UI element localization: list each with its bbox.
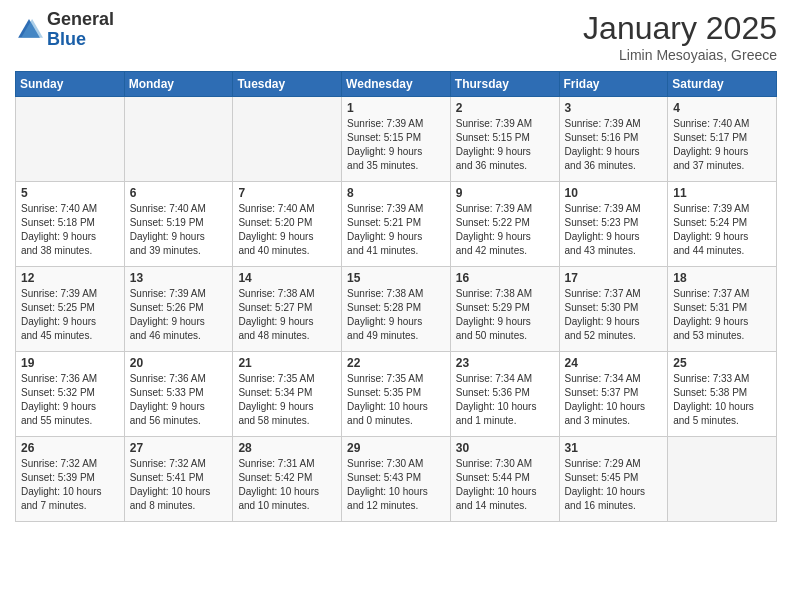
day-number: 23 — [456, 356, 554, 370]
day-number: 21 — [238, 356, 336, 370]
day-number: 2 — [456, 101, 554, 115]
calendar-cell: 25Sunrise: 7:33 AM Sunset: 5:38 PM Dayli… — [668, 352, 777, 437]
day-number: 12 — [21, 271, 119, 285]
day-info: Sunrise: 7:36 AM Sunset: 5:33 PM Dayligh… — [130, 372, 228, 428]
calendar-table: SundayMondayTuesdayWednesdayThursdayFrid… — [15, 71, 777, 522]
day-info: Sunrise: 7:35 AM Sunset: 5:34 PM Dayligh… — [238, 372, 336, 428]
day-number: 22 — [347, 356, 445, 370]
weekday-header-friday: Friday — [559, 72, 668, 97]
day-number: 6 — [130, 186, 228, 200]
day-info: Sunrise: 7:39 AM Sunset: 5:15 PM Dayligh… — [347, 117, 445, 173]
calendar-cell: 1Sunrise: 7:39 AM Sunset: 5:15 PM Daylig… — [342, 97, 451, 182]
calendar-cell: 6Sunrise: 7:40 AM Sunset: 5:19 PM Daylig… — [124, 182, 233, 267]
day-info: Sunrise: 7:35 AM Sunset: 5:35 PM Dayligh… — [347, 372, 445, 428]
day-info: Sunrise: 7:39 AM Sunset: 5:23 PM Dayligh… — [565, 202, 663, 258]
day-number: 24 — [565, 356, 663, 370]
logo-blue-text: Blue — [47, 29, 86, 49]
day-info: Sunrise: 7:31 AM Sunset: 5:42 PM Dayligh… — [238, 457, 336, 513]
calendar-week-row: 26Sunrise: 7:32 AM Sunset: 5:39 PM Dayli… — [16, 437, 777, 522]
weekday-header-sunday: Sunday — [16, 72, 125, 97]
day-info: Sunrise: 7:39 AM Sunset: 5:26 PM Dayligh… — [130, 287, 228, 343]
day-info: Sunrise: 7:32 AM Sunset: 5:39 PM Dayligh… — [21, 457, 119, 513]
logo-icon — [15, 16, 43, 44]
day-info: Sunrise: 7:39 AM Sunset: 5:16 PM Dayligh… — [565, 117, 663, 173]
day-number: 13 — [130, 271, 228, 285]
day-number: 10 — [565, 186, 663, 200]
weekday-header-wednesday: Wednesday — [342, 72, 451, 97]
calendar-cell: 8Sunrise: 7:39 AM Sunset: 5:21 PM Daylig… — [342, 182, 451, 267]
calendar-cell: 13Sunrise: 7:39 AM Sunset: 5:26 PM Dayli… — [124, 267, 233, 352]
day-number: 28 — [238, 441, 336, 455]
calendar-cell: 2Sunrise: 7:39 AM Sunset: 5:15 PM Daylig… — [450, 97, 559, 182]
day-info: Sunrise: 7:34 AM Sunset: 5:37 PM Dayligh… — [565, 372, 663, 428]
weekday-header-tuesday: Tuesday — [233, 72, 342, 97]
day-info: Sunrise: 7:39 AM Sunset: 5:24 PM Dayligh… — [673, 202, 771, 258]
calendar-cell: 30Sunrise: 7:30 AM Sunset: 5:44 PM Dayli… — [450, 437, 559, 522]
calendar-cell: 26Sunrise: 7:32 AM Sunset: 5:39 PM Dayli… — [16, 437, 125, 522]
day-number: 7 — [238, 186, 336, 200]
day-info: Sunrise: 7:33 AM Sunset: 5:38 PM Dayligh… — [673, 372, 771, 428]
day-number: 19 — [21, 356, 119, 370]
logo-general-text: General — [47, 9, 114, 29]
calendar-cell: 16Sunrise: 7:38 AM Sunset: 5:29 PM Dayli… — [450, 267, 559, 352]
calendar-week-row: 5Sunrise: 7:40 AM Sunset: 5:18 PM Daylig… — [16, 182, 777, 267]
day-number: 5 — [21, 186, 119, 200]
calendar-cell — [124, 97, 233, 182]
day-info: Sunrise: 7:37 AM Sunset: 5:31 PM Dayligh… — [673, 287, 771, 343]
day-info: Sunrise: 7:36 AM Sunset: 5:32 PM Dayligh… — [21, 372, 119, 428]
calendar-week-row: 19Sunrise: 7:36 AM Sunset: 5:32 PM Dayli… — [16, 352, 777, 437]
day-info: Sunrise: 7:39 AM Sunset: 5:22 PM Dayligh… — [456, 202, 554, 258]
day-number: 25 — [673, 356, 771, 370]
location-subtitle: Limin Mesoyaias, Greece — [583, 47, 777, 63]
calendar-cell: 7Sunrise: 7:40 AM Sunset: 5:20 PM Daylig… — [233, 182, 342, 267]
calendar-cell — [16, 97, 125, 182]
day-info: Sunrise: 7:34 AM Sunset: 5:36 PM Dayligh… — [456, 372, 554, 428]
day-info: Sunrise: 7:38 AM Sunset: 5:28 PM Dayligh… — [347, 287, 445, 343]
calendar-cell: 28Sunrise: 7:31 AM Sunset: 5:42 PM Dayli… — [233, 437, 342, 522]
title-block: January 2025 Limin Mesoyaias, Greece — [583, 10, 777, 63]
day-number: 1 — [347, 101, 445, 115]
day-number: 26 — [21, 441, 119, 455]
calendar-cell: 23Sunrise: 7:34 AM Sunset: 5:36 PM Dayli… — [450, 352, 559, 437]
calendar-cell — [668, 437, 777, 522]
day-info: Sunrise: 7:37 AM Sunset: 5:30 PM Dayligh… — [565, 287, 663, 343]
calendar-cell: 20Sunrise: 7:36 AM Sunset: 5:33 PM Dayli… — [124, 352, 233, 437]
page-header: General Blue January 2025 Limin Mesoyaia… — [15, 10, 777, 63]
day-number: 30 — [456, 441, 554, 455]
calendar-cell: 17Sunrise: 7:37 AM Sunset: 5:30 PM Dayli… — [559, 267, 668, 352]
day-number: 31 — [565, 441, 663, 455]
month-title: January 2025 — [583, 10, 777, 47]
calendar-cell: 9Sunrise: 7:39 AM Sunset: 5:22 PM Daylig… — [450, 182, 559, 267]
calendar-cell: 18Sunrise: 7:37 AM Sunset: 5:31 PM Dayli… — [668, 267, 777, 352]
day-number: 14 — [238, 271, 336, 285]
day-number: 17 — [565, 271, 663, 285]
calendar-cell: 19Sunrise: 7:36 AM Sunset: 5:32 PM Dayli… — [16, 352, 125, 437]
day-info: Sunrise: 7:40 AM Sunset: 5:20 PM Dayligh… — [238, 202, 336, 258]
calendar-cell: 31Sunrise: 7:29 AM Sunset: 5:45 PM Dayli… — [559, 437, 668, 522]
calendar-cell: 12Sunrise: 7:39 AM Sunset: 5:25 PM Dayli… — [16, 267, 125, 352]
day-info: Sunrise: 7:38 AM Sunset: 5:29 PM Dayligh… — [456, 287, 554, 343]
day-info: Sunrise: 7:39 AM Sunset: 5:21 PM Dayligh… — [347, 202, 445, 258]
day-number: 3 — [565, 101, 663, 115]
weekday-header-saturday: Saturday — [668, 72, 777, 97]
weekday-header-row: SundayMondayTuesdayWednesdayThursdayFrid… — [16, 72, 777, 97]
day-number: 18 — [673, 271, 771, 285]
day-info: Sunrise: 7:40 AM Sunset: 5:18 PM Dayligh… — [21, 202, 119, 258]
calendar-cell: 4Sunrise: 7:40 AM Sunset: 5:17 PM Daylig… — [668, 97, 777, 182]
day-number: 8 — [347, 186, 445, 200]
day-info: Sunrise: 7:29 AM Sunset: 5:45 PM Dayligh… — [565, 457, 663, 513]
day-info: Sunrise: 7:30 AM Sunset: 5:44 PM Dayligh… — [456, 457, 554, 513]
day-number: 9 — [456, 186, 554, 200]
calendar-cell: 15Sunrise: 7:38 AM Sunset: 5:28 PM Dayli… — [342, 267, 451, 352]
day-number: 15 — [347, 271, 445, 285]
logo: General Blue — [15, 10, 114, 50]
calendar-cell: 27Sunrise: 7:32 AM Sunset: 5:41 PM Dayli… — [124, 437, 233, 522]
calendar-cell: 22Sunrise: 7:35 AM Sunset: 5:35 PM Dayli… — [342, 352, 451, 437]
calendar-cell: 3Sunrise: 7:39 AM Sunset: 5:16 PM Daylig… — [559, 97, 668, 182]
calendar-cell: 11Sunrise: 7:39 AM Sunset: 5:24 PM Dayli… — [668, 182, 777, 267]
day-number: 29 — [347, 441, 445, 455]
day-info: Sunrise: 7:40 AM Sunset: 5:17 PM Dayligh… — [673, 117, 771, 173]
calendar-cell: 14Sunrise: 7:38 AM Sunset: 5:27 PM Dayli… — [233, 267, 342, 352]
calendar-cell: 29Sunrise: 7:30 AM Sunset: 5:43 PM Dayli… — [342, 437, 451, 522]
calendar-cell — [233, 97, 342, 182]
